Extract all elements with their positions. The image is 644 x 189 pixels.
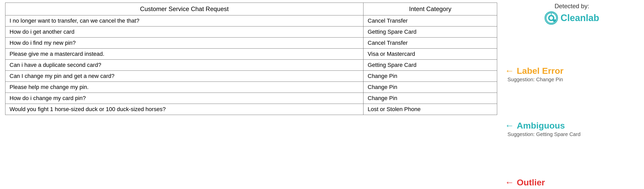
intent-cell: Lost or Stolen Phone xyxy=(363,104,497,115)
outlier-row: ← Outlier xyxy=(505,177,545,188)
detected-by-section: Detected by: Cleanlab xyxy=(505,3,639,25)
intent-cell: Cancel Transfer xyxy=(363,15,497,26)
intent-cell: Visa or Mastercard xyxy=(363,49,497,60)
table-row: How do i find my new pin?Cancel Transfer xyxy=(5,38,497,49)
request-cell: Please help me change my pin. xyxy=(5,82,363,93)
table-row: Can i have a duplicate second card?Getti… xyxy=(5,60,497,71)
table-row: How do i get another cardGetting Spare C… xyxy=(5,26,497,38)
ambiguous-row: ← Ambiguous xyxy=(505,120,581,131)
table-row: I no longer want to transfer, can we can… xyxy=(5,15,497,26)
request-cell: How do i change my card pin? xyxy=(5,93,363,104)
ambiguous-suggestion: Suggestion: Getting Spare Card xyxy=(507,131,581,137)
label-error-text: Label Error xyxy=(517,66,563,76)
intent-cell: Getting Spare Card xyxy=(363,26,497,38)
outlier-arrow: ← xyxy=(505,177,514,188)
request-cell: How do i get another card xyxy=(5,26,363,38)
outlier-text: Outlier xyxy=(517,177,545,187)
table-section: Customer Service Chat Request Intent Cat… xyxy=(5,3,497,115)
request-cell: How do i find my new pin? xyxy=(5,38,363,49)
label-error-arrow: ← xyxy=(505,65,514,76)
detected-by-label: Detected by: xyxy=(555,3,589,10)
table-row: How do i change my card pin?Change Pin xyxy=(5,93,497,104)
request-cell: Can I change my pin and get a new card? xyxy=(5,71,363,82)
label-error-suggestion: Suggestion: Change Pin xyxy=(507,77,563,83)
col-header-request: Customer Service Chat Request xyxy=(5,3,363,15)
annotation-ambiguous-block: ← Ambiguous Suggestion: Getting Spare Ca… xyxy=(505,118,581,138)
request-cell: Can i have a duplicate second card? xyxy=(5,60,363,71)
request-cell: Please give me a mastercard instead. xyxy=(5,49,363,60)
ambiguous-arrow: ← xyxy=(505,120,514,131)
annotation-outlier-block: ← Outlier xyxy=(505,174,545,188)
svg-point-1 xyxy=(549,16,553,20)
intent-cell: Cancel Transfer xyxy=(363,38,497,49)
right-panel: Detected by: Cleanlab ← Label Error xyxy=(505,3,639,188)
intent-cell: Change Pin xyxy=(363,71,497,82)
data-table: Customer Service Chat Request Intent Cat… xyxy=(5,3,497,115)
table-row: Would you fight 1 horse-sized duck or 10… xyxy=(5,104,497,115)
table-row: Please help me change my pin.Change Pin xyxy=(5,82,497,93)
page-container: Customer Service Chat Request Intent Cat… xyxy=(5,3,639,188)
col-header-intent: Intent Category xyxy=(363,3,497,15)
ambiguous-text: Ambiguous xyxy=(517,121,565,131)
request-cell: I no longer want to transfer, can we can… xyxy=(5,15,363,26)
intent-cell: Getting Spare Card xyxy=(363,60,497,71)
cleanlab-name: Cleanlab xyxy=(561,13,599,23)
cleanlab-logo: Cleanlab xyxy=(545,11,599,25)
svg-point-2 xyxy=(553,20,555,22)
table-row: Please give me a mastercard instead.Visa… xyxy=(5,49,497,60)
intent-cell: Change Pin xyxy=(363,93,497,104)
cleanlab-icon xyxy=(545,11,558,25)
request-cell: Would you fight 1 horse-sized duck or 10… xyxy=(5,104,363,115)
table-row: Can I change my pin and get a new card?C… xyxy=(5,71,497,82)
label-error-row: ← Label Error xyxy=(505,65,563,76)
intent-cell: Change Pin xyxy=(363,82,497,93)
annotation-label-error-block: ← Label Error Suggestion: Change Pin xyxy=(505,63,563,84)
